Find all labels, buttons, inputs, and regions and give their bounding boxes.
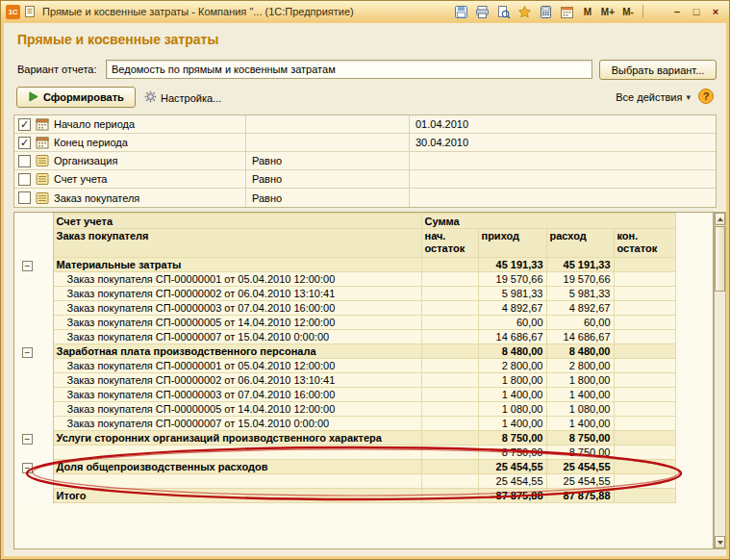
close-button[interactable]: × xyxy=(707,5,724,19)
cell-expense: 14 686,67 xyxy=(546,330,614,344)
filter-condition-cell[interactable]: Равно xyxy=(246,152,410,169)
filter-value-cell[interactable]: 01.04.2010 xyxy=(410,115,716,133)
variant-input[interactable] xyxy=(106,60,592,79)
row-label: Доля общепроизводственных расходов xyxy=(53,460,421,474)
report-header-row-1: Счет учета Сумма xyxy=(14,214,714,229)
row-filler xyxy=(675,388,714,402)
scroll-down-button[interactable] xyxy=(715,536,725,548)
filter-condition-cell[interactable]: Равно xyxy=(246,170,410,188)
report-row[interactable]: Заказ покупателя СП-00000001 от 05.04.20… xyxy=(14,359,714,373)
collapse-group-button[interactable]: − xyxy=(22,347,33,358)
collapse-group-button[interactable]: − xyxy=(22,434,33,445)
report-row[interactable]: Заказ покупателя СП-00000003 от 07.04.20… xyxy=(14,301,714,316)
report-row[interactable]: Заказ покупателя СП-00000002 от 06.04.20… xyxy=(14,287,714,301)
row-gutter xyxy=(14,474,53,489)
scroll-up-button[interactable] xyxy=(715,213,725,225)
memory-subtract-button[interactable]: М- xyxy=(619,4,637,19)
row-label: Заказ покупателя СП-00000005 от 14.04.20… xyxy=(53,316,421,330)
report-row[interactable]: Заказ покупателя СП-00000002 от 06.04.20… xyxy=(14,373,714,388)
report-form: Прямые и косвенные затраты Вариант отчет… xyxy=(4,23,726,556)
filter-checkbox[interactable] xyxy=(18,155,31,167)
catalog-icon xyxy=(36,172,49,186)
choose-variant-button[interactable]: Выбрать вариант... xyxy=(599,60,717,80)
filter-value-cell[interactable] xyxy=(410,170,716,188)
all-actions-button[interactable]: Все действия ▾ xyxy=(616,91,691,103)
filter-row[interactable]: Счет учетаРавно xyxy=(14,170,716,189)
row-label: Заказ покупателя СП-00000003 от 07.04.20… xyxy=(53,388,421,402)
settings-gear-icon xyxy=(144,90,157,105)
filter-name-cell: ✓Начало периода xyxy=(14,115,246,133)
filter-checkbox[interactable]: ✓ xyxy=(18,137,31,149)
cell-income: 60,00 xyxy=(478,316,546,330)
report-row[interactable]: Заказ покупателя СП-00000005 от 14.04.20… xyxy=(14,316,714,330)
calculator-button[interactable] xyxy=(537,3,556,20)
arrow-up-icon xyxy=(717,217,723,221)
filter-condition-cell[interactable] xyxy=(246,134,410,151)
cell-begin-balance xyxy=(421,445,478,460)
filter-value-cell[interactable] xyxy=(410,152,716,169)
print-button[interactable] xyxy=(473,3,492,20)
filter-value-cell[interactable] xyxy=(410,189,716,207)
row-filler xyxy=(675,301,714,316)
cell-income: 1 400,00 xyxy=(478,388,546,402)
save-button[interactable] xyxy=(452,3,471,20)
filter-checkbox[interactable] xyxy=(18,173,31,186)
filter-condition-cell[interactable]: Равно xyxy=(246,189,410,207)
cell-expense: 8 750,00 xyxy=(546,445,614,460)
cell-expense: 45 191,33 xyxy=(546,258,614,272)
report-row[interactable]: −Доля общепроизводственных расходов25 45… xyxy=(14,460,714,474)
report-row[interactable]: −Услуги сторонних организаций производст… xyxy=(14,431,714,445)
filter-condition-cell[interactable] xyxy=(246,115,410,133)
cell-begin-balance xyxy=(421,316,478,330)
row-filler xyxy=(675,445,714,460)
filter-row[interactable]: ✓Конец периода30.04.2010 xyxy=(14,134,716,152)
report-row[interactable]: Заказ покупателя СП-00000001 от 05.04.20… xyxy=(14,272,714,287)
filter-row[interactable]: Заказ покупателяРавно xyxy=(14,189,716,207)
cell-expense: 1 400,00 xyxy=(546,417,614,431)
vertical-scrollbar[interactable] xyxy=(714,212,726,549)
collapse-group-button[interactable]: − xyxy=(22,261,33,271)
report-row[interactable]: −Материальные затраты45 191,3345 191,33 xyxy=(14,258,714,272)
cell-income: 87 875,88 xyxy=(478,489,546,503)
filter-value-cell[interactable]: 30.04.2010 xyxy=(410,134,716,151)
filter-checkbox[interactable]: ✓ xyxy=(18,118,31,131)
calendar-button[interactable] xyxy=(558,3,577,20)
page-title: Прямые и косвенные затраты xyxy=(17,32,218,47)
filter-row[interactable]: ✓Начало периода01.04.2010 xyxy=(14,115,716,134)
report-row[interactable]: 8 750,008 750,00 xyxy=(14,445,714,460)
cell-end-balance xyxy=(614,272,675,287)
memory-add-button[interactable]: М+ xyxy=(598,4,617,19)
favorites-star-button[interactable] xyxy=(516,3,535,20)
filter-row[interactable]: ОрганизацияРавно xyxy=(14,152,716,170)
filter-checkbox[interactable] xyxy=(18,191,31,204)
scroll-thumb[interactable] xyxy=(715,226,725,292)
report-document-icon[interactable] xyxy=(23,5,37,18)
report-row[interactable]: Заказ покупателя СП-00000007 от 15.04.20… xyxy=(14,330,714,344)
cell-income: 8 750,00 xyxy=(478,445,546,460)
row-filler xyxy=(675,402,714,417)
report-row[interactable]: Заказ покупателя СП-00000007 от 15.04.20… xyxy=(14,417,714,431)
print-preview-button[interactable] xyxy=(494,3,514,20)
cell-end-balance xyxy=(614,460,675,474)
cell-income: 1 800,00 xyxy=(478,373,546,388)
cell-end-balance xyxy=(614,445,675,460)
report-row[interactable]: 25 454,5525 454,55 xyxy=(14,474,714,489)
collapse-group-button[interactable]: − xyxy=(22,463,33,473)
report-row[interactable]: Заказ покупателя СП-00000005 от 14.04.20… xyxy=(14,402,714,417)
generate-button[interactable]: Сформировать xyxy=(16,87,136,108)
cell-end-balance xyxy=(614,287,675,301)
help-button[interactable]: ? xyxy=(698,89,714,104)
maximize-button[interactable]: □ xyxy=(688,5,705,19)
cell-end-balance xyxy=(614,359,675,373)
settings-button[interactable]: Настройка... xyxy=(144,90,221,105)
cell-end-balance xyxy=(614,402,675,417)
report-row[interactable]: −Заработная плата производственного перс… xyxy=(14,344,714,359)
report-total-row[interactable]: Итого87 875,8887 875,88 xyxy=(14,489,714,503)
cell-begin-balance xyxy=(421,388,478,402)
cell-end-balance xyxy=(614,474,675,489)
cell-begin-balance xyxy=(421,287,478,301)
minimize-button[interactable]: – xyxy=(668,5,686,19)
memory-recall-button[interactable]: М xyxy=(579,4,596,19)
header-begin-balance: нач.остаток xyxy=(421,229,478,258)
report-row[interactable]: Заказ покупателя СП-00000003 от 07.04.20… xyxy=(14,388,714,402)
